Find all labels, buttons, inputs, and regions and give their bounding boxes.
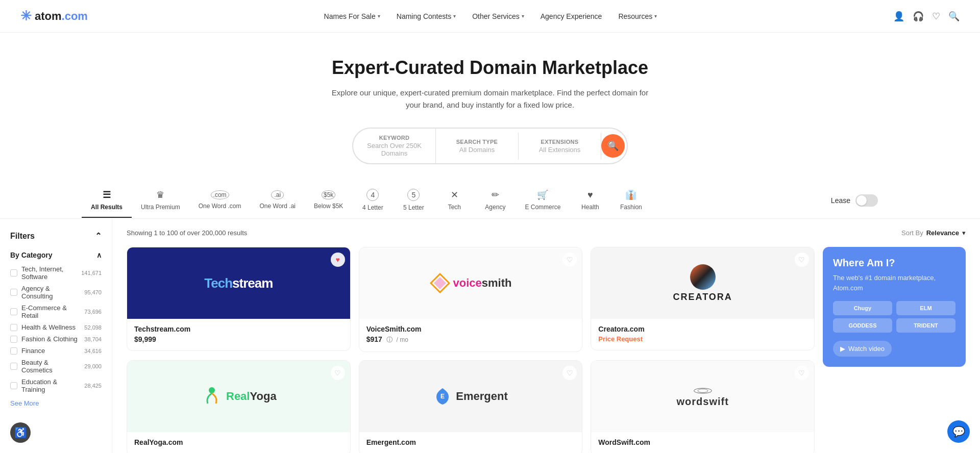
filter-fashion[interactable]: Fashion & Clothing 38,704 xyxy=(10,335,102,343)
hero-section: Expert-Curated Domain Marketplace Explor… xyxy=(0,33,980,183)
filter-checkbox-beauty[interactable] xyxy=(10,363,17,370)
tab-one-word-com[interactable]: .com One Word .com xyxy=(189,184,251,217)
creatora-info: Creatora.com Price Request xyxy=(591,319,814,350)
filter-checkbox-health[interactable] xyxy=(10,324,17,331)
chat-button[interactable]: 💬 xyxy=(947,420,970,443)
user-icon[interactable]: 👤 xyxy=(893,11,904,22)
sort-chevron-icon: ▾ xyxy=(962,229,966,237)
sidebar: Filters ⌃ By Category ∧ Tech, Internet, … xyxy=(0,219,112,453)
filter-checkbox-finance[interactable] xyxy=(10,347,17,355)
sort-by-control[interactable]: Sort By Relevance ▾ xyxy=(901,229,966,237)
nav-agency-experience[interactable]: Agency Experience xyxy=(534,8,608,24)
creatora-price-request: Price Request xyxy=(598,335,807,343)
svg-point-0 xyxy=(209,387,215,393)
tab-fashion[interactable]: 👔 Fashion xyxy=(610,183,651,218)
search-icon[interactable]: 🔍 xyxy=(948,11,960,22)
nav-other-services[interactable]: Other Services ▾ xyxy=(466,8,530,24)
tab-ecommerce[interactable]: 🛒 E Commerce xyxy=(516,183,570,218)
nav-names-for-sale[interactable]: Names For Sale ▾ xyxy=(318,8,386,24)
accessibility-button[interactable]: ♿ xyxy=(10,422,31,443)
domain-card-creatora[interactable]: ♡ CREATORA Creatora.com Price Request xyxy=(591,247,815,350)
filter-agency[interactable]: Agency & Consulting 95,470 xyxy=(10,285,102,300)
see-more-link[interactable]: See More xyxy=(10,399,39,407)
tab-5-letter[interactable]: 5 5 Letter xyxy=(393,183,434,218)
tab-tech[interactable]: ✕ Tech xyxy=(434,183,475,218)
info-icon[interactable]: ⓘ xyxy=(386,336,393,343)
lease-label: Lease xyxy=(831,196,850,205)
nav-naming-contests[interactable]: Naming Contests ▾ xyxy=(390,8,462,24)
filter-tech[interactable]: Tech, Internet, Software 141,671 xyxy=(10,265,102,281)
filter-checkbox-agency[interactable] xyxy=(10,289,17,296)
filter-checkbox-tech[interactable] xyxy=(10,269,17,276)
filter-ecommerce[interactable]: E-Commerce & Retail 73,696 xyxy=(10,304,102,319)
ad-logo-trident: TRIDENT xyxy=(896,318,955,333)
chat-icon: 💬 xyxy=(952,425,965,438)
lease-toggle[interactable] xyxy=(855,194,878,207)
realyoga-logo: RealYoga xyxy=(201,385,277,408)
filter-health[interactable]: Health & Wellness 52,098 xyxy=(10,323,102,331)
chevron-down-icon: ▾ xyxy=(378,13,380,19)
play-icon: ▶ xyxy=(840,345,845,353)
techstream-logo: Techstream xyxy=(204,275,273,291)
nav-icons: 👤 🎧 ♡ 🔍 xyxy=(893,11,960,22)
heart-button-emergent[interactable]: ♡ xyxy=(562,366,577,380)
fashion-icon: 👔 xyxy=(625,189,636,200)
tab-agency[interactable]: ✏ Agency xyxy=(475,183,516,218)
hero-subtitle: Explore our unique, expert-curated premi… xyxy=(327,87,653,111)
techstream-info: Techstream.com $9,999 xyxy=(127,319,350,350)
filter-checkbox-fashion[interactable] xyxy=(10,336,17,343)
by-category-title: By Category ∧ xyxy=(10,251,102,259)
search-button[interactable]: 🔍 xyxy=(601,134,625,158)
logo[interactable]: ✳ atom.com xyxy=(20,8,88,24)
heart-button-creatora[interactable]: ♡ xyxy=(795,253,809,267)
tab-4-letter[interactable]: 4 4 Letter xyxy=(352,183,393,218)
filter-checkbox-education[interactable] xyxy=(10,382,17,389)
extensions-value: All Extensions xyxy=(529,146,591,154)
health-icon: ♥ xyxy=(587,190,593,200)
collapse-icon[interactable]: ∧ xyxy=(96,251,102,259)
filter-education[interactable]: Education & Training 28,425 xyxy=(10,378,102,393)
four-letter-icon: 4 xyxy=(366,189,379,201)
filters-title: Filters ⌃ xyxy=(10,231,102,241)
keyword-input[interactable]: Search Over 250K Domains xyxy=(363,142,425,157)
agency-icon: ✏ xyxy=(492,189,499,200)
extensions-section[interactable]: Extensions All Extensions xyxy=(519,133,601,160)
keyword-section[interactable]: Keyword Search Over 250K Domains xyxy=(353,129,436,163)
five-letter-icon: 5 xyxy=(407,189,420,201)
nav-resources[interactable]: Resources ▾ xyxy=(612,8,663,24)
tab-one-word-ai[interactable]: .ai One Word .ai xyxy=(251,184,305,217)
search-type-label: Search Type xyxy=(446,139,508,145)
watch-video-button[interactable]: ▶ Watch video xyxy=(833,341,892,357)
heart-icon[interactable]: ♡ xyxy=(932,11,940,22)
domain-grid: ♥ Techstream Techstream.com $9,999 ♡ xyxy=(127,247,966,453)
heart-button-techstream[interactable]: ♥ xyxy=(331,253,345,267)
ad-title: Where Am I? xyxy=(833,257,955,269)
domain-card-wordswift[interactable]: ♡ wordswift WordSwift.com xyxy=(591,360,815,453)
domain-card-techstream[interactable]: ♥ Techstream Techstream.com $9,999 xyxy=(127,247,351,351)
logo-text: atom.com xyxy=(35,10,88,23)
domain-img-creatora: ♡ CREATORA xyxy=(591,247,814,319)
domain-img-wordswift: ♡ wordswift xyxy=(591,361,814,432)
heart-button-realyoga[interactable]: ♡ xyxy=(331,366,345,380)
headset-icon[interactable]: 🎧 xyxy=(913,11,924,22)
filter-finance[interactable]: Finance 34,616 xyxy=(10,347,102,355)
tab-below-5k[interactable]: $5k Below $5K xyxy=(305,184,352,217)
domain-card-voicesmith[interactable]: ♡ voicesmith VoiceSmith.com xyxy=(359,247,583,352)
atom-icon: ✳ xyxy=(20,8,32,24)
tab-health[interactable]: ♥ Health xyxy=(570,184,610,218)
accessibility-icon: ♿ xyxy=(14,426,27,439)
crown-icon: ♛ xyxy=(156,189,164,200)
tab-all-results[interactable]: ☰ All Results xyxy=(82,183,132,218)
domain-card-realyoga[interactable]: ♡ RealYoga RealYoga.com xyxy=(127,360,351,453)
filter-checkbox-ecommerce[interactable] xyxy=(10,308,17,315)
search-type-section[interactable]: Search Type All Domains xyxy=(436,133,519,160)
price-icon: $5k xyxy=(322,190,335,199)
filter-collapse-icon[interactable]: ⌃ xyxy=(95,231,102,241)
filter-beauty[interactable]: Beauty & Cosmetics 29,000 xyxy=(10,359,102,374)
search-type-value: All Domains xyxy=(446,146,508,154)
domain-card-emergent[interactable]: ♡ E Emergent Emergent.com xyxy=(359,360,583,453)
heart-button-wordswift[interactable]: ♡ xyxy=(795,366,809,380)
domain-img-realyoga: ♡ RealYoga xyxy=(127,361,350,432)
tab-ultra-premium[interactable]: ♛ Ultra Premium xyxy=(132,183,189,218)
heart-button-voicesmith[interactable]: ♡ xyxy=(562,253,577,267)
